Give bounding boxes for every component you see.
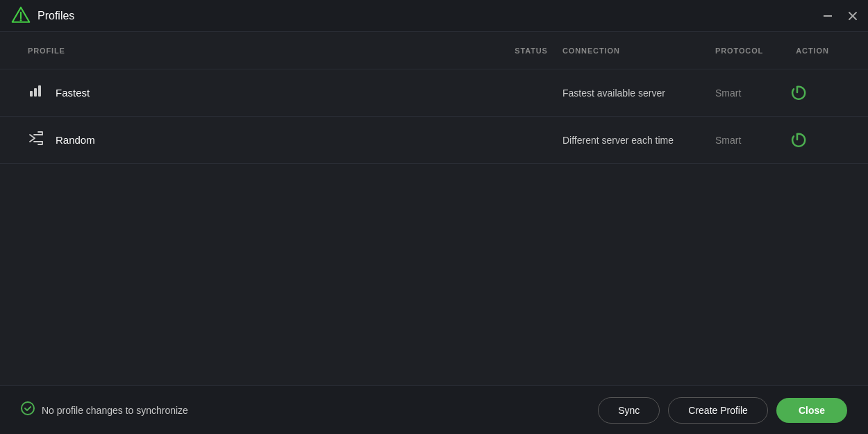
row-action-fastest xyxy=(785,81,840,106)
footer-buttons: Sync Create Profile Close xyxy=(598,397,847,424)
footer: No profile changes to synchronize Sync C… xyxy=(0,385,868,434)
bar-chart-icon xyxy=(28,84,44,101)
check-circle-icon xyxy=(21,401,35,419)
svg-rect-8 xyxy=(38,85,41,97)
row-action-random xyxy=(785,128,840,153)
header-protocol: PROTOCOL xyxy=(715,47,785,55)
close-button[interactable] xyxy=(846,9,860,23)
svg-point-9 xyxy=(22,402,34,415)
svg-rect-3 xyxy=(824,15,832,17)
shuffle-icon xyxy=(28,131,44,149)
footer-status-text: No profile changes to synchronize xyxy=(42,405,188,416)
row-connection-random: Different server each time xyxy=(562,135,715,146)
header-connection: CONNECTION xyxy=(562,47,715,55)
svg-point-2 xyxy=(20,19,22,21)
create-profile-button[interactable]: Create Profile xyxy=(668,397,768,424)
profile-name-fastest: Fastest xyxy=(56,87,90,99)
titlebar: Profiles xyxy=(0,0,868,32)
profile-name-random: Random xyxy=(56,134,95,146)
power-button-fastest[interactable] xyxy=(785,81,810,106)
svg-rect-6 xyxy=(30,91,33,97)
close-button-footer[interactable]: Close xyxy=(776,398,847,423)
power-button-random[interactable] xyxy=(785,128,810,153)
row-protocol-fastest: Smart xyxy=(715,87,785,99)
main-content: PROFILE STATUS CONNECTION PROTOCOL ACTIO… xyxy=(0,32,868,385)
header-profile: PROFILE xyxy=(28,47,167,55)
row-protocol-random: Smart xyxy=(715,135,785,146)
table-header: PROFILE STATUS CONNECTION PROTOCOL ACTIO… xyxy=(0,32,868,69)
table-row[interactable]: Fastest Fastest available server Smart xyxy=(0,69,868,117)
app-logo xyxy=(11,6,31,26)
minimize-button[interactable] xyxy=(821,12,835,19)
table-row[interactable]: Random Different server each time Smart xyxy=(0,117,868,164)
window-controls xyxy=(821,9,860,23)
sync-button[interactable]: Sync xyxy=(598,397,660,424)
header-status: STATUS xyxy=(500,47,562,55)
window-title: Profiles xyxy=(37,10,74,22)
row-connection-fastest: Fastest available server xyxy=(562,87,715,99)
svg-rect-7 xyxy=(34,88,37,97)
header-action: ACTION xyxy=(785,47,840,55)
footer-status-area: No profile changes to synchronize xyxy=(21,401,598,419)
